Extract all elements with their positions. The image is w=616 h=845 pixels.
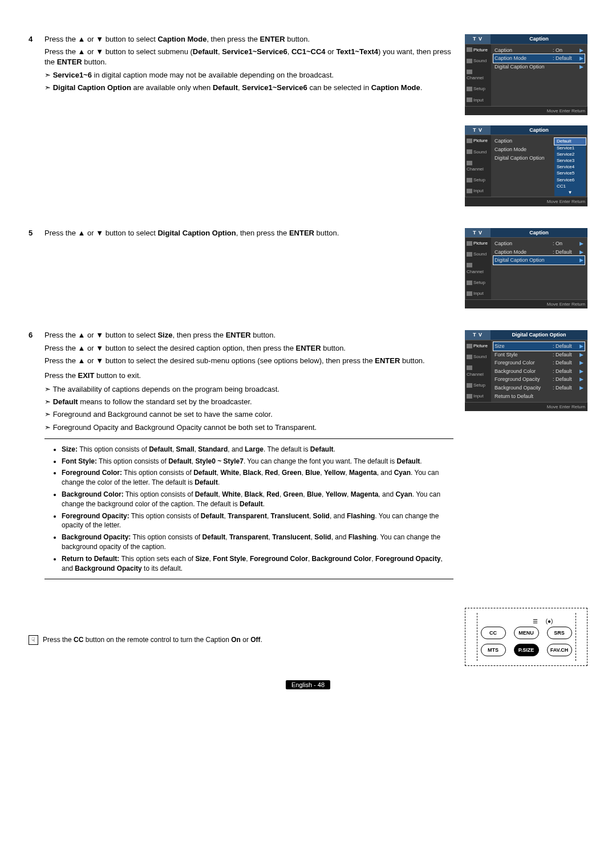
tv-sidebar: Picture Sound Channel Setup Input [465, 238, 491, 299]
step-num: 4 [29, 34, 44, 217]
step-body: Press the ▲ or ▼ button to select Digita… [44, 228, 460, 319]
step-num: 6 [29, 330, 44, 585]
sidebar-item-input: Input [465, 95, 491, 105]
sidebar-item-channel: Channel [465, 260, 491, 277]
tv-tab: T V [465, 330, 491, 340]
text: Press the ▲ or ▼ button to select Captio… [44, 34, 453, 44]
remote-psize-button: P.SIZE [514, 644, 539, 656]
divider [44, 438, 453, 439]
text: Press the ▲ or ▼ button to select the de… [44, 343, 453, 354]
setup-icon [467, 178, 472, 182]
dropdown-item: Service4 [554, 164, 586, 170]
sidebar-item-picture: Picture [465, 238, 491, 249]
remote-tip: ☟ Press the CC button on the remote cont… [29, 635, 453, 645]
step-4: 4 Press the ▲ or ▼ button to select Capt… [29, 34, 587, 217]
picture-icon [467, 241, 472, 246]
text: Press the EXIT button to exit. [44, 371, 453, 381]
note: Foreground Color: This option consists o… [62, 468, 453, 488]
option-notes: Size: This option consists of Default, S… [44, 445, 453, 574]
tv-footer: Move Enter Return [465, 300, 587, 308]
setup-icon [467, 383, 472, 388]
sidebar-item-setup: Setup [465, 174, 491, 185]
picture-icon [467, 47, 472, 52]
setup-icon [467, 87, 472, 91]
remote-menu-button: MENU [514, 627, 539, 639]
step-num: 5 [29, 228, 44, 319]
page-footer: English - 48 [29, 680, 587, 690]
step-body: Press the ▲ or ▼ button to select Captio… [44, 34, 460, 217]
text: Press the ▲ or ▼ button to select the de… [44, 356, 453, 366]
channel-icon [467, 70, 472, 74]
sidebar-item-input: Input [465, 391, 491, 401]
tv-sidebar: Picture Sound Channel Setup Input [465, 44, 491, 106]
remote-mts-button: MTS [481, 644, 506, 656]
tv-footer: Move Enter Return [465, 107, 587, 115]
menu-row: Background Color: Default▶ [493, 367, 585, 376]
channel-icon [467, 161, 472, 165]
arrow-icon: ▶ [579, 343, 583, 350]
dropdown-item: CC1 [554, 183, 586, 189]
dropdown-item: Service3 [554, 157, 586, 164]
sound-icon [467, 355, 472, 359]
arrow-icon: ▶ [579, 63, 583, 71]
step-5: 5 Press the ▲ or ▼ button to select Digi… [29, 228, 587, 319]
menu-title: Digital Caption Option [491, 330, 587, 340]
menu-row-selected: Size: Default▶ [493, 342, 585, 351]
sidebar-item-setup: Setup [465, 83, 491, 94]
text: Press the ▲ or ▼ button to select submen… [44, 47, 453, 67]
menu-row: Foreground Color: Default▶ [493, 359, 585, 367]
sidebar-item-picture: Picture [465, 44, 491, 55]
menu-row: Return to Default [493, 392, 585, 401]
sidebar-item-setup: Setup [465, 277, 491, 288]
sidebar-item-sound: Sound [465, 55, 491, 66]
dropdown: Default Service1 Service2 Service3 Servi… [554, 137, 586, 196]
menu-area: Size: Default▶ Font Style: Default▶ Fore… [491, 340, 587, 402]
note: Return to Default: This option sets each… [62, 554, 453, 574]
sidebar-item-channel: Channel [465, 362, 491, 379]
srs-top-icon: (●) [546, 618, 553, 625]
menu-row-selected: Caption Mode: Default▶ [493, 54, 585, 63]
tv-menu-caption-2: T VCaption Picture Sound Channel Setup I… [465, 125, 587, 206]
dropdown-item: Service5 [554, 170, 586, 176]
note: Service1~6 in digital caption mode may n… [44, 70, 453, 80]
note: Foreground Opacity: This option consists… [62, 511, 453, 531]
note: Font Style: This option consists of Defa… [62, 457, 453, 466]
sound-icon [467, 59, 472, 63]
menu-row: Font Style: Default▶ [493, 351, 585, 359]
tv-menu-caption-1: T VCaption Picture Sound Channel Setup I… [465, 34, 587, 115]
note: Digital Caption Option are available onl… [44, 83, 453, 93]
text: Press the CC button on the remote contro… [43, 635, 262, 645]
arrow-icon: ▶ [579, 55, 583, 62]
note: Foreground and Background cannot be set … [44, 409, 453, 420]
arrow-icon: ▶ [579, 249, 583, 256]
input-icon [467, 98, 472, 102]
dropdown-more-icon: ▼ [554, 189, 586, 196]
tv-tab: T V [465, 125, 491, 135]
tv-menu-digital-caption-option: T VDigital Caption Option Picture Sound … [465, 330, 587, 411]
sidebar-item-setup: Setup [465, 380, 491, 391]
menu-row: Caption: On▶ [493, 239, 585, 248]
channel-icon [467, 263, 472, 267]
step-6: 6 Press the ▲ or ▼ button to select Size… [29, 330, 587, 585]
menu-row: Caption: On▶ [493, 46, 585, 55]
arrow-icon: ▶ [579, 240, 583, 247]
note: Background Opacity: This option consists… [62, 533, 453, 552]
sidebar-item-picture: Picture [465, 340, 491, 351]
arrow-icon: ▶ [579, 368, 583, 375]
sidebar-item-input: Input [465, 185, 491, 196]
sidebar-item-sound: Sound [465, 147, 491, 157]
menu-row-selected: Digital Caption Option▶ [493, 256, 585, 265]
sidebar-item-channel: Channel [465, 66, 491, 83]
arrow-icon: ▶ [579, 47, 583, 54]
sidebar-item-picture: Picture [465, 135, 491, 146]
remote-srs-button: SRS [547, 627, 572, 639]
divider [44, 579, 453, 579]
dropdown-item: Service2 [554, 151, 586, 157]
note: The availability of captions depends on … [44, 384, 453, 395]
input-icon [467, 189, 472, 193]
menu-title: Caption [491, 125, 587, 135]
tv-menu-caption-3: T VCaption Picture Sound Channel Setup I… [465, 228, 587, 309]
remote-tip-icon: ☟ [29, 635, 38, 645]
sound-icon [467, 252, 472, 257]
remote-favch-button: FAV.CH [547, 644, 572, 656]
